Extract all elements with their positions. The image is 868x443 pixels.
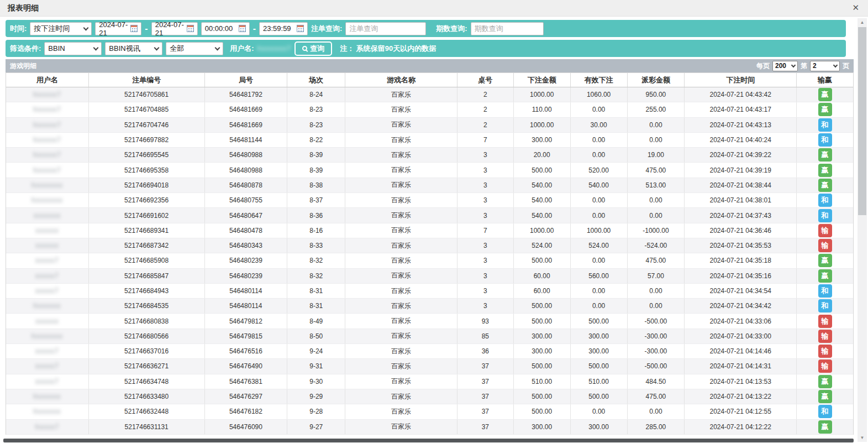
cell-valid-bet: 0.00 [571,284,628,298]
cell-game-name: 百家乐 [345,404,457,419]
scope-select[interactable]: 全部 [166,42,223,55]
per-page-label: 每页 [756,61,770,71]
cell-session: 8-50 [287,329,345,343]
cell-round-number: 546480478 [205,223,288,238]
calendar-icon[interactable] [187,25,194,32]
platform-select[interactable]: BBIN [44,42,102,55]
search-button[interactable]: 查询 [294,41,332,56]
table-row: hxxxxxx5217466324485464761829-28百家乐37500… [6,404,853,419]
cell-payout: -500.00 [628,314,685,328]
vertical-scrollbar[interactable]: ▲ ▼ [858,18,867,442]
cell-bet-amount: 540.00 [514,208,571,222]
result-badge: 输 [818,224,832,237]
cell-result: 赢 [797,87,853,102]
horizontal-scrollbar-thumb[interactable] [3,439,854,442]
scroll-down-icon[interactable]: ▼ [858,434,867,442]
cell-table-number: 37 [457,359,514,373]
cell-valid-bet: 524.00 [571,238,628,253]
cell-username: hxxxxxx [6,404,89,419]
calendar-icon[interactable] [297,25,304,32]
date-from-input[interactable]: 2024-07-21 [95,22,141,35]
cell-round-number: 546479815 [205,329,288,343]
cell-table-number: 3 [457,269,514,283]
result-badge: 和 [818,284,832,298]
cell-table-number: 93 [457,314,514,328]
cell-username: hxxxxx7 [6,102,89,117]
page-prefix-label: 第 [801,61,807,71]
page-select[interactable]: 2 [810,61,840,71]
cell-bet-amount: 540.00 [514,178,571,192]
vertical-scrollbar-thumb[interactable] [858,27,866,215]
cell-bet-number: 521746694018 [89,178,205,192]
cell-payout: -300.00 [628,329,685,343]
cell-table-number: 3 [457,208,514,222]
date-to-input[interactable]: 2024-07-21 [151,22,198,35]
order-query-label: 注单查询: [311,24,342,34]
column-header: 下注时间 [685,73,797,87]
column-header: 有效下注 [571,73,628,87]
cell-valid-bet: 1000.00 [571,223,628,238]
cell-payout: 285.00 [628,420,685,434]
calendar-icon[interactable] [130,25,138,32]
cell-result: 赢 [797,253,853,268]
cell-username: hxxxxx7 [6,118,89,132]
cell-valid-bet: 500.00 [571,314,628,328]
calendar-icon[interactable] [239,25,246,32]
cell-payout: 0.00 [628,193,685,207]
order-query-input[interactable]: 注单查询 [345,22,426,35]
cell-bet-number: 521746704746 [89,118,205,132]
cell-payout: 475.00 [628,253,685,268]
cell-valid-bet: 0.00 [571,404,628,419]
table-row: xxxxxx5217466873425464803438-33百家乐3524.0… [6,238,853,253]
username-masked-value: hxxxxxx7 [257,44,291,53]
cell-session: 8-37 [287,193,345,207]
cell-bet-number: 521746631131 [89,420,205,434]
time-from-input[interactable]: 00:00:00 [201,22,250,35]
table-row: xxxxx75217466370165464765169-24百家乐36300.… [6,344,853,359]
cell-result: 和 [797,404,853,419]
cell-bet-time: 2024-07-21 04:35:18 [685,253,797,268]
cell-result: 输 [797,344,853,358]
cell-game-name: 百家乐 [345,238,457,253]
column-header: 下注金额 [514,73,571,87]
cell-game-name: 百家乐 [345,420,457,434]
close-icon[interactable]: ✕ [852,3,859,13]
result-badge: 赢 [818,88,832,101]
scroll-up-icon[interactable]: ▲ [858,18,867,27]
cell-username: xxxxxx [6,238,89,253]
cell-bet-time: 2024-07-21 04:39:19 [685,163,797,177]
cell-game-name: 百家乐 [345,284,457,298]
cell-valid-bet: 300.00 [571,420,628,434]
cell-session: 8-23 [287,118,345,132]
per-page-select[interactable]: 200 [772,61,798,71]
cell-bet-number: 521746680566 [89,329,205,343]
cell-game-name: 百家乐 [345,389,457,404]
cell-game-name: 百家乐 [345,374,457,389]
cell-round-number: 546481144 [205,133,288,147]
cell-bet-amount: 524.00 [514,238,571,253]
time-to-input[interactable]: 23:59:59 [259,22,308,35]
cell-bet-time: 2024-07-21 04:40:24 [685,133,797,147]
cell-bet-number: 521746704885 [89,102,205,117]
cell-bet-time: 2024-07-21 04:12:22 [685,420,797,434]
category-select[interactable]: BBIN视讯 [105,42,162,55]
cell-session: 9-31 [287,359,345,373]
chevron-down-icon [154,45,160,50]
table-row: hxxxxxx5217466845355464801148-31百家乐3500.… [6,299,853,314]
search-icon [302,46,307,51]
cell-game-name: 百家乐 [345,102,457,117]
cell-username: xxxxxx [6,314,89,328]
cell-bet-time: 2024-07-21 04:34:42 [685,299,797,313]
table-row: hxxxxxxx5217466940185464808788-38百家乐3540… [6,178,853,193]
cell-table-number: 3 [457,284,514,298]
result-badge: 输 [818,345,832,358]
cell-payout: -300.00 [628,344,685,358]
cell-bet-time: 2024-07-21 04:34:54 [685,284,797,298]
cell-bet-number: 521746705861 [89,87,205,102]
time-type-select[interactable]: 按下注时间 [30,22,92,35]
cell-bet-time: 2024-07-21 04:33:00 [685,329,797,343]
cell-valid-bet: 30.00 [571,118,628,132]
cell-table-number: 2 [457,102,514,117]
cell-payout: -1000.00 [628,223,685,238]
period-query-input[interactable]: 期数查询 [471,22,544,35]
